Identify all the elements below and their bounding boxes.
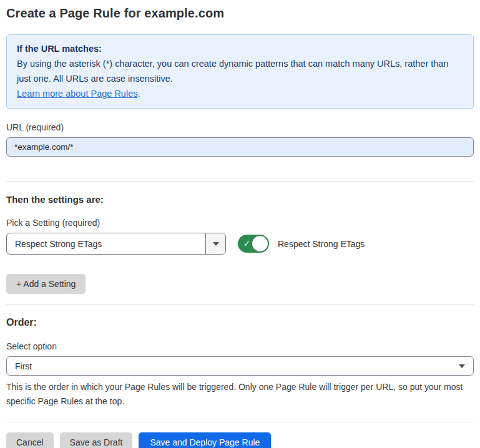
order-select[interactable]: First (6, 356, 474, 376)
link-suffix: . (137, 89, 140, 99)
url-input[interactable] (6, 137, 474, 157)
url-matches-info-box: If the URL matches: By using the asteris… (6, 34, 474, 109)
footer-buttons: Cancel Save as Draft Save and Deploy Pag… (6, 432, 474, 448)
url-field-label: URL (required) (6, 122, 474, 132)
setting-select[interactable]: Respect Strong ETags (6, 233, 226, 255)
setting-toggle-label: Respect Strong ETags (278, 239, 365, 249)
section-divider (6, 304, 474, 305)
cancel-button[interactable]: Cancel (6, 432, 54, 448)
page-title: Create a Page Rule for example.com (6, 6, 474, 21)
info-box-heading: If the URL matches: (17, 41, 463, 56)
add-setting-button[interactable]: + Add a Setting (6, 274, 86, 294)
setting-row: Respect Strong ETags ✓ Respect Strong ET… (6, 233, 474, 255)
order-select-label: Select option (6, 341, 474, 351)
info-box-link-line: Learn more about Page Rules. (17, 86, 463, 101)
settings-section-heading: Then the settings are: (6, 194, 474, 205)
setting-toggle-group: ✓ Respect Strong ETags (238, 235, 365, 253)
save-as-draft-button[interactable]: Save as Draft (60, 432, 133, 448)
section-divider (6, 181, 474, 182)
order-section-heading: Order: (6, 317, 474, 328)
info-box-body: By using the asterisk (*) character, you… (17, 56, 463, 86)
chevron-down-icon (459, 364, 465, 368)
save-and-deploy-button[interactable]: Save and Deploy Page Rule (139, 432, 271, 448)
setting-toggle[interactable]: ✓ (238, 235, 269, 253)
toggle-knob (252, 236, 268, 251)
chevron-down-icon (213, 242, 219, 246)
setting-select-value: Respect Strong ETags (7, 233, 205, 254)
learn-more-link[interactable]: Learn more about Page Rules (17, 89, 137, 99)
pick-setting-label: Pick a Setting (required) (6, 218, 474, 228)
order-select-value: First (15, 361, 459, 371)
check-icon: ✓ (243, 240, 250, 248)
order-help-text: This is the order in which your Page Rul… (6, 380, 471, 409)
setting-select-caret-button[interactable] (205, 233, 225, 254)
create-page-rule-form: Create a Page Rule for example.com If th… (0, 0, 480, 448)
footer-divider (6, 422, 474, 422)
